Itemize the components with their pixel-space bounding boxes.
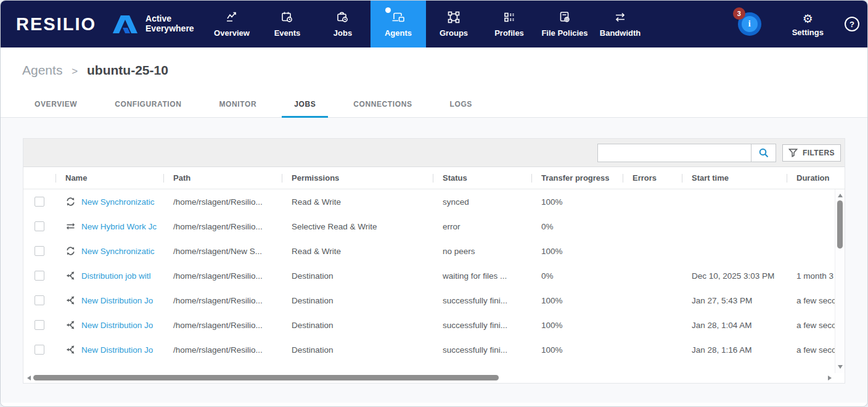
tab-overview[interactable]: OVERVIEW <box>22 91 89 117</box>
breadcrumb-separator: > <box>72 65 78 77</box>
nav-item-overview[interactable]: Overview <box>204 1 260 47</box>
vertical-scroll-thumb[interactable] <box>837 200 843 249</box>
job-name-link[interactable]: New Synchronizatic <box>81 197 155 207</box>
table-header-row: Name Path Permissions Status Transfer pr… <box>23 167 845 189</box>
devices-icon <box>391 10 406 24</box>
job-duration: a few seco <box>787 345 835 355</box>
column-header-status[interactable]: Status <box>433 173 531 183</box>
two-way-arrows-icon <box>613 10 627 24</box>
column-header-path[interactable]: Path <box>163 173 282 183</box>
sync-job-icon <box>65 197 76 207</box>
gear-icon: ⚙ <box>803 12 813 25</box>
breadcrumb: Agents > ubuntu-25-10 <box>1 63 867 78</box>
table-body: New Synchronizatic /home/rslagent/Resili… <box>23 189 845 373</box>
question-mark-icon: ? <box>850 20 854 29</box>
search-input[interactable] <box>598 144 751 162</box>
job-transfer-progress: 100% <box>531 321 623 330</box>
job-path: /home/rslagent/Resilio... <box>163 345 282 355</box>
row-checkbox[interactable] <box>35 295 44 305</box>
column-header-name[interactable]: Name <box>55 173 163 183</box>
scroll-up-arrow[interactable] <box>838 194 843 197</box>
selection-corners-icon <box>447 10 461 24</box>
row-checkbox[interactable] <box>35 221 44 231</box>
job-start-time: Jan 28, 1:16 AM <box>682 345 787 355</box>
tab-monitor[interactable]: MONITOR <box>207 91 269 117</box>
help-button[interactable]: ? <box>845 17 859 31</box>
distribution-job-icon <box>65 295 76 305</box>
row-checkbox[interactable] <box>35 345 44 355</box>
job-permissions: Read & Write <box>282 247 433 256</box>
nav-item-groups[interactable]: Groups <box>426 1 481 47</box>
resilio-logo: RESILIO <box>16 14 96 35</box>
job-transfer-progress: 100% <box>531 247 623 256</box>
top-navigation-bar: RESILIO Active Everywhere <box>1 1 867 47</box>
nav-item-bandwidth[interactable]: Bandwidth <box>592 1 648 47</box>
job-name-link[interactable]: New Hybrid Work Jc <box>81 222 157 231</box>
job-name-link[interactable]: New Distribution Jo <box>81 321 153 330</box>
job-path: /home/rslagent/Resilio... <box>163 222 282 231</box>
scroll-down-arrow[interactable] <box>838 365 843 369</box>
job-permissions: Destination <box>282 296 433 305</box>
distribution-job-icon <box>65 320 76 330</box>
tab-connections[interactable]: CONNECTIONS <box>341 91 424 117</box>
jobs-table-card: FILTERS Name Path Permissions Status Tra… <box>23 138 845 384</box>
table-row: New Distribution Jo /home/rslagent/Resil… <box>23 337 835 362</box>
job-name-link[interactable]: New Distribution Jo <box>81 345 153 355</box>
active-everywhere-logo-icon <box>111 13 139 35</box>
horizontal-scrollbar[interactable] <box>23 373 845 383</box>
job-name-link[interactable]: Distribution job witl <box>81 271 151 281</box>
table-row: Distribution job witl /home/rslagent/Res… <box>23 263 835 288</box>
nav-item-settings[interactable]: ⚙ Settings <box>792 12 824 37</box>
scroll-left-arrow[interactable] <box>27 376 31 380</box>
job-transfer-progress: 100% <box>531 197 623 207</box>
job-duration: 1 month 3 <box>787 271 835 281</box>
column-header-errors[interactable]: Errors <box>623 173 682 183</box>
scroll-right-arrow[interactable] <box>828 376 832 380</box>
filter-funnel-icon <box>788 148 798 157</box>
job-status: waiting for files ... <box>433 271 531 281</box>
row-checkbox[interactable] <box>35 320 44 330</box>
nav-item-file-policies[interactable]: File Policies <box>537 1 592 47</box>
nav-item-jobs[interactable]: Jobs <box>315 1 371 47</box>
nav-item-events[interactable]: Events <box>260 1 315 47</box>
job-status: successfully fini... <box>433 296 531 305</box>
column-header-start-time[interactable]: Start time <box>682 173 787 183</box>
job-transfer-progress: 0% <box>531 222 623 231</box>
job-path: /home/rslagent/Resilio... <box>163 271 282 281</box>
column-header-permissions[interactable]: Permissions <box>282 173 433 183</box>
distribution-job-icon <box>65 345 76 355</box>
tab-logs[interactable]: LOGS <box>438 91 485 117</box>
job-transfer-progress: 100% <box>531 345 623 355</box>
nav-item-agents[interactable]: Agents <box>371 1 426 47</box>
job-status: successfully fini... <box>433 321 531 330</box>
job-name-link[interactable]: New Synchronizatic <box>81 247 155 256</box>
nav-item-profiles[interactable]: Profiles <box>481 1 537 47</box>
distribution-job-icon <box>65 271 76 281</box>
row-checkbox[interactable] <box>35 197 44 207</box>
vertical-scrollbar[interactable] <box>835 189 845 373</box>
sync-job-icon <box>65 246 76 256</box>
row-checkbox[interactable] <box>35 271 44 281</box>
tab-configuration[interactable]: CONFIGURATION <box>102 91 194 117</box>
job-name-link[interactable]: New Distribution Jo <box>81 296 153 305</box>
breadcrumb-agents-link[interactable]: Agents <box>22 63 62 77</box>
tab-jobs[interactable]: JOBS <box>282 91 328 117</box>
agent-tabs: OVERVIEW CONFIGURATION MONITOR JOBS CONN… <box>1 91 867 118</box>
column-header-duration[interactable]: Duration <box>787 173 845 183</box>
notifications-info-button[interactable]: 3 i <box>738 12 761 36</box>
horizontal-scroll-thumb[interactable] <box>33 375 499 380</box>
search-button[interactable] <box>751 144 776 162</box>
jobs-grid: Name Path Permissions Status Transfer pr… <box>23 167 845 383</box>
table-row: New Hybrid Work Jc /home/rslagent/Resili… <box>23 214 835 239</box>
row-checkbox[interactable] <box>35 246 44 256</box>
column-header-transfer-progress[interactable]: Transfer progress <box>531 173 623 183</box>
filters-button[interactable]: FILTERS <box>782 144 841 162</box>
line-chart-icon <box>225 10 239 24</box>
agents-status-dot <box>385 7 391 13</box>
table-row: New Synchronizatic /home/rslagent/Resili… <box>23 189 835 214</box>
job-path: /home/rslagent/Resilio... <box>163 321 282 330</box>
job-duration: a few seco <box>787 321 835 330</box>
job-status: no peers <box>433 247 531 256</box>
table-row: New Distribution Jo /home/rslagent/Resil… <box>23 288 835 313</box>
job-path: /home/rslagent/New S... <box>163 247 282 256</box>
